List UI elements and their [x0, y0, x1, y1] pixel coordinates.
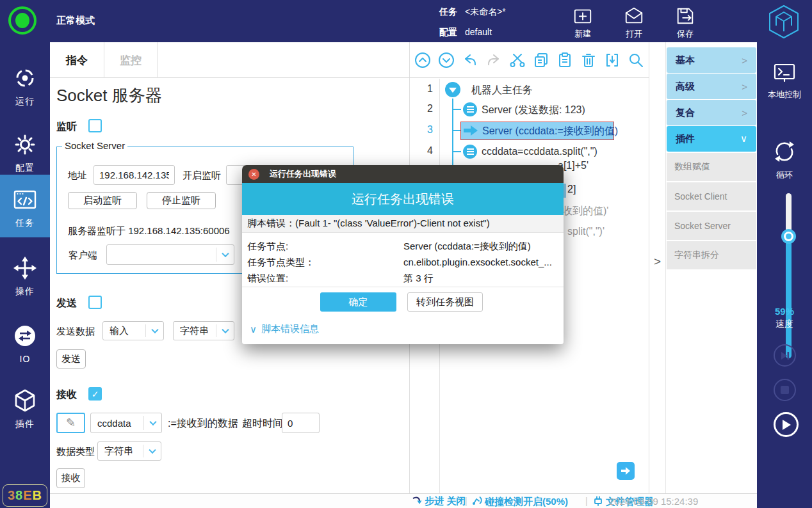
client-dropdown[interactable] — [106, 244, 234, 265]
datatype-dropdown[interactable]: 字符串 — [97, 441, 161, 461]
badge-char: 3 — [8, 488, 15, 503]
node-menu-icon[interactable] — [463, 102, 477, 116]
tab-monitor[interactable]: 监控 — [104, 42, 158, 78]
tree-row[interactable]: Server (ccddata:=接收到的值) — [482, 125, 618, 138]
collapse-node-icon[interactable] — [445, 82, 460, 97]
send-checkbox[interactable] — [88, 296, 102, 309]
sidebar-item-io[interactable]: IO — [0, 311, 50, 372]
tree-row[interactable]: ccddata=ccddata.split(",") — [482, 146, 597, 157]
collapse-panel-chevron[interactable]: > — [654, 255, 661, 269]
move-up-icon[interactable] — [414, 52, 431, 68]
accordion-section-plugin[interactable]: 插件 ∨ — [667, 126, 756, 152]
move-down-icon[interactable] — [438, 52, 455, 68]
terminal-icon — [773, 63, 796, 85]
config-label: 配置 — [439, 27, 457, 37]
right-control-rail: 本地控制 循环 59% 速度 — [757, 42, 812, 508]
node-menu-icon[interactable] — [463, 145, 477, 159]
chevron-down-icon — [149, 418, 156, 425]
section-label: 基本 — [676, 54, 695, 67]
stop-button[interactable] — [774, 379, 796, 401]
send-button[interactable]: 发送 — [56, 349, 86, 369]
sidebar-item-label: 插件 — [15, 418, 35, 430]
accordion-section-compound[interactable]: 复合 > — [667, 100, 756, 125]
collision-icon — [471, 495, 482, 508]
sidebar-item-config[interactable]: 配置 — [0, 120, 50, 182]
loop-button[interactable]: 循环 — [757, 136, 812, 181]
close-icon[interactable]: ✕ — [248, 169, 259, 180]
field-value: 第 3 行 — [403, 273, 434, 285]
listen-checkbox[interactable] — [88, 119, 102, 132]
receive-button[interactable]: 接收 — [56, 468, 85, 488]
divider — [242, 287, 564, 287]
node-item-string-split[interactable]: 字符串拆分 — [667, 241, 756, 269]
sidebar-item-operate[interactable]: 操作 — [0, 244, 50, 305]
goto-task-view-button[interactable]: 转到任务视图 — [407, 292, 483, 312]
robot-status-icon — [8, 6, 37, 35]
ok-button[interactable]: 确定 — [320, 292, 396, 312]
receive-var-dropdown[interactable]: ccddata — [90, 413, 162, 433]
send-source-dropdown[interactable]: 输入 — [102, 321, 164, 340]
local-control-button[interactable]: 本地控制 — [757, 59, 812, 100]
tree-row[interactable]: Server (发送数据: 123) — [482, 104, 585, 117]
chevron-down-icon — [149, 447, 156, 454]
speed-slider-thumb[interactable] — [781, 229, 796, 244]
node-item-socket-server[interactable]: Socket Server — [667, 212, 756, 240]
timeout-label: 超时时间 — [242, 417, 283, 431]
listen-label: 监听 — [56, 120, 77, 134]
paste-icon[interactable] — [556, 52, 573, 68]
field-label: 任务节点: — [247, 241, 288, 253]
code-window-icon — [13, 187, 37, 214]
stop-listen-button[interactable]: 停止监听 — [147, 192, 216, 209]
badge-char: B — [33, 488, 42, 503]
new-task-button[interactable]: 新建 — [562, 4, 603, 40]
dialog-titlebar[interactable]: ✕ 运行任务出现错误 — [242, 165, 564, 183]
copy-icon[interactable] — [533, 52, 549, 68]
chevron-right-icon: > — [742, 107, 747, 118]
tree-row[interactable]: 机器人主任务 — [471, 84, 533, 97]
insert-icon[interactable] — [604, 52, 621, 68]
open-task-button[interactable]: 打开 — [613, 4, 654, 40]
line-number: 1 — [410, 83, 433, 95]
timeout-input[interactable] — [282, 413, 320, 433]
address-input[interactable] — [93, 165, 175, 185]
collision-status[interactable]: 碰撞检测开启(50%) — [471, 495, 568, 508]
start-listen-button[interactable]: 启动监听 — [68, 192, 137, 209]
expander-label: 脚本错误信息 — [261, 323, 319, 335]
sidebar-item-label: 运行 — [15, 96, 35, 107]
cut-icon[interactable] — [509, 52, 526, 68]
brand-logo-icon — [767, 4, 800, 42]
save-task-button[interactable]: 保存 — [665, 4, 706, 40]
step-mode-status[interactable]: 步进 关闭 — [412, 495, 466, 507]
node-item-array-assign[interactable]: 数组赋值 — [667, 153, 756, 181]
send-type-dropdown[interactable]: 字符串 — [173, 321, 234, 340]
edit-variable-button[interactable]: ✎ — [56, 413, 85, 433]
run-icon — [13, 66, 37, 92]
sidebar-item-run[interactable]: 运行 — [0, 54, 50, 115]
play-button[interactable] — [774, 412, 799, 437]
accordion-section-advanced[interactable]: 高级 > — [667, 74, 756, 99]
sidebar-item-plugin[interactable]: 插件 — [0, 376, 50, 438]
section-label: 插件 — [676, 133, 695, 145]
tree-toolbar — [410, 42, 649, 78]
speed-percent: 59% — [757, 306, 812, 317]
delete-icon[interactable] — [580, 52, 597, 68]
speed-slider-fill[interactable] — [786, 234, 792, 358]
redo-icon[interactable] — [485, 52, 502, 68]
search-icon[interactable] — [628, 52, 644, 68]
sidebar-item-task[interactable]: 任务 — [0, 175, 50, 237]
datatype-label: 数据类型 — [56, 446, 95, 458]
speed-label: 速度 — [757, 319, 812, 330]
tab-instruction[interactable]: 指令 — [50, 42, 104, 78]
open-icon — [624, 6, 644, 26]
step-next-button[interactable] — [774, 344, 796, 367]
undo-icon[interactable] — [462, 52, 478, 68]
line-number: 2 — [410, 103, 433, 115]
separator: | — [585, 496, 588, 506]
field-value: cn.elibot.plugin.exsocket.socket_... — [403, 257, 552, 267]
accordion-section-basic[interactable]: 基本 > — [667, 47, 756, 73]
receive-checkbox[interactable]: ✓ — [88, 387, 102, 401]
scroll-to-pointer-button[interactable] — [617, 462, 635, 480]
script-error-expander[interactable]: ∨ 脚本错误信息 — [250, 323, 319, 335]
node-item-socket-client[interactable]: Socket Client — [667, 182, 756, 210]
page-title: Socket 服务器 — [56, 84, 162, 107]
